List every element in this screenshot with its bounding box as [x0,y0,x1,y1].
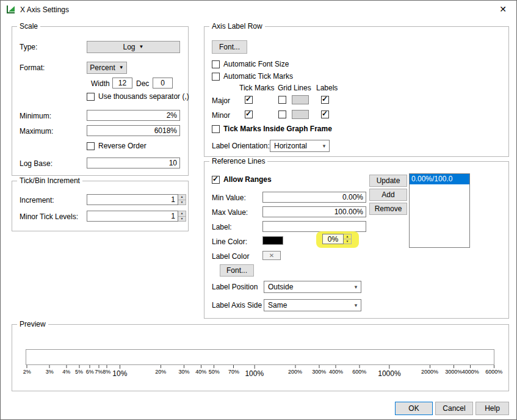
automatic-font-size-checkbox[interactable]: ✓ Automatic Font Size [212,60,289,68]
preview-tick: 1000% [378,365,400,378]
increment-input[interactable]: 1 [87,194,178,205]
preview-tick: 7% [95,365,103,375]
checkbox-box: ✓ [212,176,220,184]
minor-grid-lines-checkbox[interactable]: ✓ [278,110,286,118]
ok-button[interactable]: OK [395,402,433,415]
major-grid-color-swatch[interactable] [292,95,309,104]
preview-tick: 20% [155,365,166,375]
type-dropdown-value: Log [123,43,136,51]
preview-tick: 30% [179,365,190,375]
preview-tick: 200% [288,365,302,375]
grid-lines-column-header: Grid Lines [278,84,311,92]
format-dropdown[interactable]: Percent ▼ [87,62,127,74]
axis-label-row-group: Axis Label Row Font... ✓ Automatic Font … [204,26,509,157]
chevron-down-icon: ▾ [319,143,329,149]
checkbox-label: Automatic Tick Marks [223,72,293,81]
spin-down-icon[interactable]: ▼ [178,200,186,205]
close-icon[interactable]: ✕ [499,5,507,13]
label-position-value: Outside [264,283,351,291]
preview-tick: 4% [62,365,70,375]
dropdown-arrow-icon: ▼ [139,45,144,49]
checkbox-label: Reverse Order [98,142,146,150]
preview-tick: 40% [195,365,206,375]
major-labels-checkbox[interactable]: ✓ [321,96,329,104]
minor-tick-levels-input[interactable]: 1 [87,211,178,222]
dropdown-arrow-icon: ▼ [119,65,124,70]
spin-up-icon[interactable]: ▲ [178,211,186,216]
reference-line-list-item[interactable]: 0.00%/100.0 [410,174,469,184]
spin-up-icon[interactable]: ▲ [178,195,186,200]
log-base-input[interactable]: 10 [87,158,180,168]
checkbox-box: ✓ [212,73,220,81]
minor-row-label: Minor [212,111,230,120]
allow-ranges-checkbox[interactable]: ✓ Allow Ranges [212,175,272,184]
checkbox-label: Tick Marks Inside Graph Frame [223,125,332,133]
minor-grid-color-swatch[interactable] [292,110,309,119]
scale-group: Scale Type: Log ▼ Format: Percent ▼ Widt… [12,26,189,176]
axis-font-button[interactable]: Font... [212,40,247,54]
remove-button[interactable]: Remove [369,203,407,215]
minor-tick-levels-label: Minor Tick Levels: [20,212,78,221]
label-position-label: Label Position [212,283,258,291]
preview-tick: 70% [228,365,239,375]
label-axis-side-value: Same [264,301,351,310]
cancel-button[interactable]: Cancel [435,402,473,415]
checkbox-box: ✓ [321,96,329,104]
checkbox-label: Use thousands separator (,) [98,92,189,101]
preview-tick: 50% [209,365,220,375]
major-grid-lines-checkbox[interactable]: ✓ [278,96,286,104]
x-axis-settings-dialog: X Axis Settings ✕ Scale Type: Log ▼ Form… [0,0,517,420]
tick-marks-inside-checkbox[interactable]: ✓ Tick Marks Inside Graph Frame [212,125,332,133]
maximum-label: Maximum: [20,127,53,136]
line-color-label: Line Color: [212,237,247,246]
line-width-spinner: 0% ▲ ▼ [322,234,352,244]
update-button[interactable]: Update [369,175,407,187]
major-tick-marks-checkbox[interactable]: ✓ [245,96,253,104]
line-width-input[interactable]: 0% [322,234,344,244]
label-axis-side-select[interactable]: Same ▾ [264,299,361,311]
type-label: Type: [20,43,37,51]
chevron-down-icon: ▾ [351,284,361,290]
reference-lines-group-title: Reference Lines [209,157,267,165]
preview-tick: 100% [245,365,264,378]
minimum-label: Minimum: [20,112,51,120]
spin-up-icon[interactable]: ▲ [344,234,351,239]
checkbox-box: ✓ [87,142,95,150]
use-thousands-checkbox[interactable]: ✓ Use thousands separator (,) [87,92,189,101]
reference-font-button[interactable]: Font... [220,264,254,277]
spin-down-icon[interactable]: ▼ [178,216,186,222]
width-input[interactable]: 12 [112,78,132,89]
reference-lines-list[interactable]: 0.00%/100.0 [409,173,470,248]
automatic-tick-marks-checkbox[interactable]: ✓ Automatic Tick Marks [212,72,293,81]
check-icon: ✓ [245,95,251,103]
min-value-input[interactable]: 0.00% [262,192,366,203]
type-dropdown[interactable]: Log ▼ [87,41,180,53]
checkbox-box: ✓ [245,96,253,104]
ref-label-input[interactable] [262,221,366,232]
spin-down-icon[interactable]: ▼ [344,239,351,244]
maximum-input[interactable]: 6018% [87,125,180,136]
minor-tick-levels-spinner: 1 ▲ ▼ [87,211,186,222]
tick-marks-column-header: Tick Marks [239,84,275,92]
no-color-icon: ✕ [269,253,274,259]
dec-input[interactable]: 0 [153,78,173,89]
check-icon: ✓ [212,175,219,183]
increment-spinner: 1 ▲ ▼ [87,194,186,205]
titlebar[interactable]: X Axis Settings ✕ [1,1,516,19]
label-orientation-select[interactable]: Horizontal ▾ [270,140,330,152]
minor-labels-checkbox[interactable]: ✓ [321,110,329,118]
label-color-swatch[interactable]: ✕ [262,251,281,260]
line-color-swatch[interactable] [262,236,283,245]
minimum-input[interactable]: 2% [87,110,180,121]
help-button[interactable]: Help [475,402,509,415]
minor-tick-marks-checkbox[interactable]: ✓ [245,110,253,118]
label-orientation-value: Horizontal [270,142,319,150]
max-value-input[interactable]: 100.00% [262,206,366,217]
preview-tick: 2% [23,365,31,375]
checkbox-box: ✓ [212,60,220,68]
spinner-buttons: ▲ ▼ [178,194,186,205]
label-position-select[interactable]: Outside ▾ [264,281,361,293]
add-button[interactable]: Add [369,189,407,201]
reverse-order-checkbox[interactable]: ✓ Reverse Order [87,142,146,150]
preview-tick: 5% [75,365,83,375]
